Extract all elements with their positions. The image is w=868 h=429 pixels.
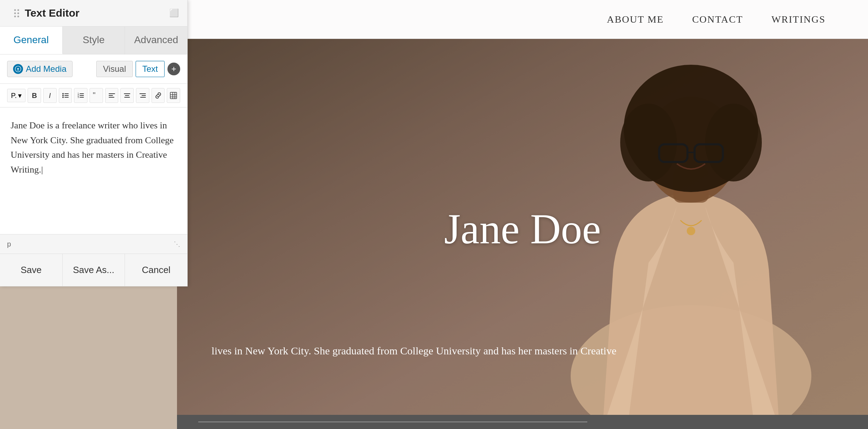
hero-title: Jane Doe	[444, 205, 601, 254]
align-right-button[interactable]	[136, 88, 149, 103]
panel-tabs: General Style Advanced	[0, 27, 187, 54]
svg-point-11	[17, 69, 19, 71]
svg-rect-29	[125, 95, 129, 96]
text-editor-panel: Text Editor ⬜ General Style Advanced Add…	[0, 0, 188, 286]
svg-rect-25	[109, 93, 115, 94]
tab-advanced[interactable]: Advanced	[125, 27, 187, 54]
maximize-icon[interactable]: ⬜	[168, 7, 180, 19]
align-left-button[interactable]	[105, 88, 119, 103]
svg-rect-17	[64, 97, 69, 98]
numbered-list-button[interactable]: 1. 2. 3.	[74, 88, 87, 103]
svg-rect-27	[109, 97, 114, 98]
dropdown-arrow-icon: ▾	[18, 91, 22, 100]
nav-about[interactable]: ABOUT ME	[607, 14, 664, 25]
table-button[interactable]	[167, 88, 180, 103]
svg-rect-23	[80, 97, 84, 98]
panel-actions: Save Save As... Cancel	[0, 254, 187, 286]
svg-rect-31	[139, 93, 146, 94]
bottom-bar	[177, 415, 868, 429]
svg-point-14	[62, 95, 64, 96]
drag-dot	[14, 16, 16, 17]
svg-rect-32	[142, 95, 146, 96]
svg-rect-15	[64, 95, 69, 96]
editor-toolbar: Add Media Visual Text +	[0, 54, 187, 84]
drag-dot	[17, 9, 19, 11]
svg-rect-13	[64, 93, 69, 94]
hero-subtitle: lives in New York City. She graduated fr…	[212, 343, 834, 359]
tab-style[interactable]: Style	[63, 27, 125, 54]
html-tag-indicator: p	[7, 240, 11, 248]
add-media-button[interactable]: Add Media	[7, 61, 73, 77]
align-center-button[interactable]	[120, 88, 134, 103]
svg-point-12	[62, 93, 64, 94]
drag-dot	[14, 12, 16, 14]
blockquote-button[interactable]: "	[90, 88, 103, 103]
editor-status-bar: p ⋱	[0, 234, 187, 254]
drag-dot	[17, 12, 19, 14]
bottom-line	[198, 422, 587, 422]
drag-handle-icon[interactable]	[14, 9, 19, 17]
svg-rect-30	[124, 97, 130, 98]
drag-dot	[17, 16, 19, 17]
svg-rect-33	[140, 97, 146, 98]
visual-view-button[interactable]: Visual	[96, 61, 133, 77]
tab-general[interactable]: General	[0, 27, 63, 54]
italic-button[interactable]: I	[43, 88, 57, 103]
editor-text: Jane Doe is a freelance writer who lives…	[11, 120, 173, 175]
svg-point-9	[687, 227, 695, 235]
svg-text:3.: 3.	[78, 96, 80, 98]
svg-point-16	[62, 97, 64, 98]
view-toggle: Visual Text +	[96, 61, 180, 77]
bold-button[interactable]: B	[28, 88, 41, 103]
hero-section: Jane Doe lives in New York City. She gra…	[177, 39, 868, 429]
paragraph-style-select[interactable]: P. ▾	[7, 89, 25, 102]
add-media-label: Add Media	[26, 64, 67, 74]
save-as-button[interactable]: Save As...	[63, 254, 125, 286]
svg-rect-21	[80, 95, 84, 96]
format-toolbar: P. ▾ B I 1. 2. 3. "	[0, 84, 187, 108]
panel-title: Text Editor	[25, 7, 168, 19]
text-view-button[interactable]: Text	[136, 61, 165, 77]
cancel-button[interactable]: Cancel	[125, 254, 187, 286]
drag-dot	[14, 9, 16, 11]
svg-rect-26	[109, 95, 113, 96]
editor-content-area[interactable]: Jane Doe is a freelance writer who lives…	[0, 108, 187, 234]
add-block-button[interactable]: +	[167, 63, 180, 75]
panel-header: Text Editor ⬜	[0, 0, 187, 27]
nav-writings[interactable]: WRITINGS	[771, 14, 826, 25]
svg-point-5	[705, 104, 762, 181]
link-button[interactable]	[152, 88, 165, 103]
paragraph-label: P.	[11, 92, 17, 100]
resize-handle-icon[interactable]: ⋱	[174, 240, 180, 248]
text-cursor	[41, 164, 43, 175]
svg-rect-19	[80, 93, 84, 94]
nav-contact[interactable]: CONTACT	[692, 14, 743, 25]
save-button[interactable]: Save	[0, 254, 63, 286]
svg-point-4	[620, 104, 677, 181]
svg-rect-34	[170, 92, 177, 99]
svg-rect-28	[124, 93, 130, 94]
bullet-list-button[interactable]	[59, 88, 72, 103]
add-media-icon	[13, 64, 23, 74]
svg-text:": "	[93, 92, 96, 99]
